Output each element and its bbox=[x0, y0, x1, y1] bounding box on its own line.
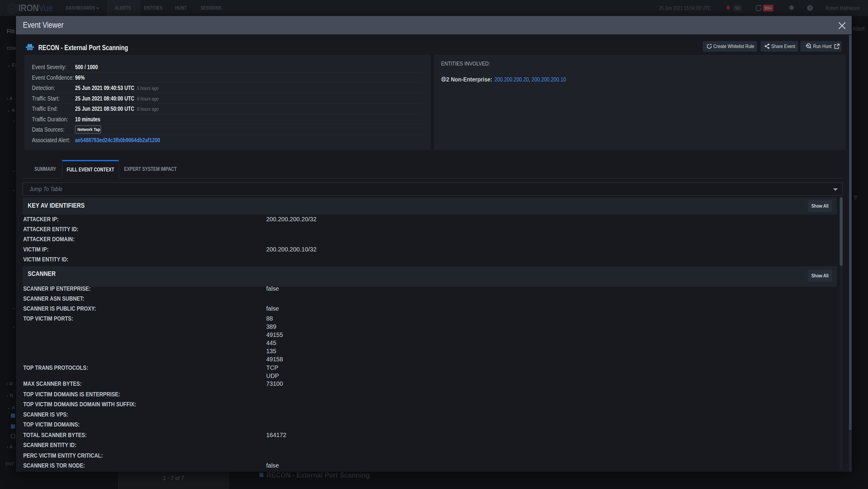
svg-text:?: ? bbox=[809, 6, 811, 10]
